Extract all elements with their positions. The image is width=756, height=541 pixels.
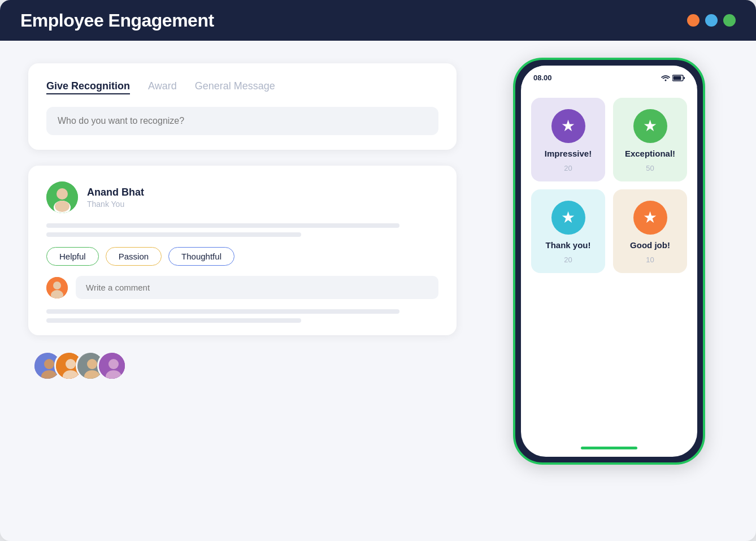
post-tags: Helpful Passion Thoughtful (46, 247, 438, 266)
author-name: Anand Bhat (87, 187, 144, 198)
award-icon-exceptional: ★ (633, 109, 667, 143)
award-card-exceptional[interactable]: ★ Exceptional! 50 (613, 98, 687, 181)
award-label-impressive: Impressive! (545, 149, 592, 158)
award-label-thankyou: Thank you! (545, 240, 590, 250)
users-avatars-row (33, 351, 457, 380)
app-window: Employee Engagement Give Recognition Awa… (0, 0, 756, 541)
award-card-impressive[interactable]: ★ Impressive! 20 (531, 98, 605, 181)
recognition-search-input[interactable] (46, 107, 438, 135)
battery-icon (672, 75, 685, 81)
tab-award[interactable]: Award (148, 80, 177, 94)
wifi-icon (661, 75, 670, 81)
commenter-avatar (46, 277, 68, 298)
tab-give-recognition[interactable]: Give Recognition (46, 80, 130, 94)
post-author-info: Anand Bhat Thank You (87, 187, 144, 209)
svg-rect-23 (684, 77, 685, 79)
svg-point-5 (53, 282, 61, 289)
bottom-line-2 (46, 318, 301, 323)
title-bar: Employee Engagement (0, 0, 756, 41)
bottom-line-1 (46, 309, 399, 314)
phone-container: 08.00 (490, 58, 728, 465)
star-icon-goodjob: ★ (643, 210, 657, 226)
award-count-goodjob: 10 (646, 256, 654, 264)
svg-point-20 (665, 79, 667, 81)
svg-point-3 (55, 201, 69, 212)
svg-point-8 (44, 359, 54, 369)
award-label-exceptional: Exceptional! (625, 149, 675, 158)
award-count-impressive: 20 (564, 164, 572, 172)
award-icon-goodjob: ★ (633, 201, 667, 235)
author-avatar (46, 181, 78, 213)
recognition-card: Give Recognition Award General Message (28, 63, 457, 150)
window-controls (687, 14, 736, 27)
phone-frame: 08.00 (513, 58, 705, 465)
home-indicator (581, 447, 637, 449)
award-label-goodjob: Good job! (630, 240, 670, 250)
green-dot[interactable] (723, 14, 736, 27)
author-subtitle: Thank You (87, 200, 144, 209)
svg-rect-22 (674, 76, 681, 80)
tab-general-message[interactable]: General Message (195, 80, 275, 94)
phone-time: 08.00 (533, 73, 552, 82)
svg-point-12 (66, 359, 76, 369)
award-count-exceptional: 50 (646, 164, 654, 172)
award-card-goodjob[interactable]: ★ Good job! 10 (613, 189, 687, 273)
svg-point-1 (57, 188, 68, 200)
svg-point-18 (108, 359, 119, 369)
comment-input[interactable] (76, 276, 438, 299)
award-icon-thankyou: ★ (551, 201, 585, 235)
svg-point-15 (87, 359, 97, 369)
orange-dot[interactable] (687, 14, 699, 27)
tag-passion[interactable]: Passion (106, 247, 162, 266)
post-card: Anand Bhat Thank You Helpful Passion Tho… (28, 166, 457, 335)
phone-screen: 08.00 (521, 66, 697, 457)
app-title: Employee Engagement (20, 10, 214, 31)
post-content-lines (46, 223, 438, 237)
comment-row (46, 276, 438, 299)
left-panel: Give Recognition Award General Message (28, 63, 457, 380)
tag-helpful[interactable]: Helpful (46, 247, 99, 266)
star-icon-thankyou: ★ (561, 210, 575, 226)
star-icon-impressive: ★ (561, 118, 575, 134)
award-card-thankyou[interactable]: ★ Thank you! 20 (531, 189, 605, 273)
content-line-2 (46, 232, 301, 237)
star-icon-exceptional: ★ (643, 118, 657, 134)
phone-home-bar (521, 439, 697, 457)
post-header: Anand Bhat Thank You (46, 181, 438, 213)
main-content: Give Recognition Award General Message (0, 41, 756, 541)
phone-awards-grid: ★ Impressive! 20 ★ Exceptional! 50 (521, 86, 697, 439)
phone-status-bar: 08.00 (521, 66, 697, 86)
recognition-tabs: Give Recognition Award General Message (46, 80, 438, 94)
award-icon-impressive: ★ (551, 109, 585, 143)
user-avatar-4[interactable] (97, 351, 127, 380)
phone-status-icons (661, 75, 685, 81)
blue-dot[interactable] (705, 14, 718, 27)
tag-thoughtful[interactable]: Thoughtful (168, 247, 234, 266)
post-bottom-lines (46, 309, 438, 323)
award-count-thankyou: 20 (564, 256, 572, 264)
content-line-1 (46, 223, 399, 228)
